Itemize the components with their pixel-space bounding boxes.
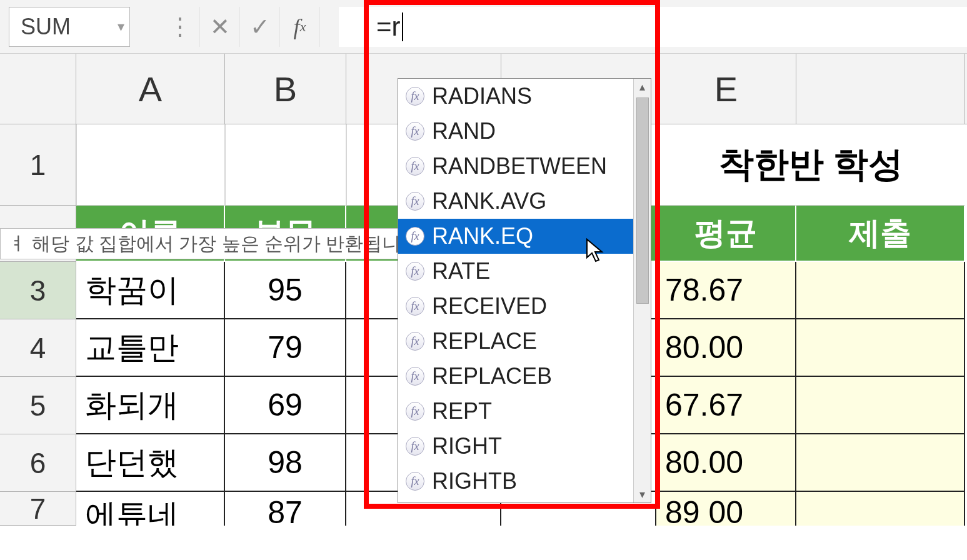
title-cell[interactable]: 착한반 학성	[656, 124, 965, 206]
cell[interactable]	[796, 492, 965, 526]
scrollbar-thumb[interactable]	[636, 98, 649, 304]
autocomplete-item[interactable]: fxRANK.AVG	[398, 184, 633, 219]
name-box-value: SUM	[21, 14, 71, 40]
cell[interactable]: 79	[225, 319, 346, 377]
col-header-submit[interactable]: 제출	[796, 206, 965, 262]
name-box[interactable]: SUM ▾	[9, 7, 130, 47]
fx-icon: fx	[406, 332, 424, 351]
cell[interactable]	[225, 124, 346, 206]
autocomplete-item[interactable]: fxREPLACEB	[398, 359, 633, 394]
fx-icon: fx	[406, 367, 424, 386]
fx-icon: fx	[406, 297, 424, 316]
autocomplete-item[interactable]: fxRAND	[398, 114, 633, 149]
cancel-icon[interactable]: ✕	[200, 7, 240, 47]
fx-icon: fx	[406, 402, 424, 421]
cell[interactable]: 단던했	[76, 434, 225, 492]
fx-icon: fx	[406, 192, 424, 211]
function-autocomplete-dropdown[interactable]: fxRADIANSfxRANDfxRANDBETWEENfxRANK.AVGfx…	[398, 78, 651, 503]
cell[interactable]: 80.00	[656, 434, 796, 492]
scroll-up-icon[interactable]: ▴	[634, 79, 651, 95]
chevron-down-icon[interactable]: ▾	[118, 19, 124, 35]
autocomplete-item-label: RANK.EQ	[432, 223, 533, 249]
scrollbar[interactable]: ▴ ▾	[633, 79, 651, 502]
formula-bar: SUM ▾ ⋮ ✕ ✓ fx =r	[0, 0, 967, 54]
cell[interactable]: 67.67	[656, 377, 796, 434]
fx-icon: fx	[406, 437, 424, 456]
column-header-B[interactable]: B	[225, 54, 346, 124]
fx-icon: fx	[406, 87, 424, 106]
cell[interactable]: 80.00	[656, 319, 796, 377]
function-tooltip: ㅕ 해당 값 집합에서 가장 높은 순위가 반환됩니 다	[0, 228, 400, 259]
autocomplete-item-label: REPLACE	[432, 328, 537, 354]
autocomplete-item-label: REPT	[432, 398, 492, 424]
autocomplete-item[interactable]: fxRIGHTB	[398, 464, 633, 499]
formula-input[interactable]: =r	[339, 7, 967, 47]
cell[interactable]: 87	[225, 492, 346, 526]
autocomplete-item-label: RAND	[432, 118, 496, 144]
autocomplete-item-label: RANK.AVG	[432, 188, 546, 214]
autocomplete-item[interactable]: fxRATE	[398, 254, 633, 289]
formula-input-value: =r	[376, 12, 401, 42]
column-header-A[interactable]: A	[76, 54, 225, 124]
cell[interactable]	[796, 434, 965, 492]
autocomplete-item[interactable]: fxREPLACE	[398, 324, 633, 359]
fx-icon: fx	[406, 122, 424, 141]
column-header-F[interactable]	[796, 54, 965, 124]
autocomplete-item[interactable]: fxRECEIVED	[398, 289, 633, 324]
cell[interactable]: 화되개	[76, 377, 225, 434]
autocomplete-item-label: RANDBETWEEN	[432, 153, 607, 179]
cell[interactable]: 교틀만	[76, 319, 225, 377]
fx-icon: fx	[406, 472, 424, 491]
cell[interactable]: 78.67	[656, 262, 796, 319]
cell[interactable]	[796, 262, 965, 319]
cell[interactable]: 89 00	[656, 492, 796, 526]
cell[interactable]: 에튜네	[76, 492, 225, 526]
cell[interactable]: 학꿈이	[76, 262, 225, 319]
cell[interactable]	[76, 124, 225, 206]
cell[interactable]: 98	[225, 434, 346, 492]
col-header-avg[interactable]: 평균	[656, 206, 796, 262]
autocomplete-item-label: REPLACEB	[432, 363, 552, 389]
autocomplete-item[interactable]: fxRIGHT	[398, 429, 633, 464]
cell[interactable]	[796, 377, 965, 434]
autocomplete-item-label: RIGHTB	[432, 468, 517, 494]
autocomplete-item[interactable]: fxRANK.EQ	[398, 219, 633, 254]
row-header-7[interactable]: 7	[0, 492, 76, 526]
autocomplete-item-label: RIGHT	[432, 433, 502, 459]
autocomplete-item[interactable]: fxREPT	[398, 394, 633, 429]
autocomplete-item[interactable]: fxRADIANS	[398, 79, 633, 114]
row-header-3[interactable]: 3	[0, 262, 76, 319]
cell[interactable]: 95	[225, 262, 346, 319]
autocomplete-item-label: RECEIVED	[432, 293, 547, 319]
insert-function-icon[interactable]: fx	[280, 7, 320, 47]
cell[interactable]: 69	[225, 377, 346, 434]
row-header-6[interactable]: 6	[0, 434, 76, 492]
dots-icon: ⋮	[160, 7, 200, 47]
fx-icon: fx	[406, 227, 424, 246]
row-header-4[interactable]: 4	[0, 319, 76, 377]
fx-icon: fx	[406, 157, 424, 176]
scroll-down-icon[interactable]: ▾	[634, 486, 651, 502]
fx-icon: fx	[406, 262, 424, 281]
autocomplete-item-label: RADIANS	[432, 83, 532, 109]
autocomplete-item[interactable]: fxRANDBETWEEN	[398, 149, 633, 184]
row-header-1[interactable]: 1	[0, 124, 76, 206]
autocomplete-item-label: RATE	[432, 258, 490, 284]
check-icon[interactable]: ✓	[240, 7, 280, 47]
cell[interactable]	[796, 319, 965, 377]
column-header-E[interactable]: E	[656, 54, 796, 124]
row-header-5[interactable]: 5	[0, 377, 76, 434]
